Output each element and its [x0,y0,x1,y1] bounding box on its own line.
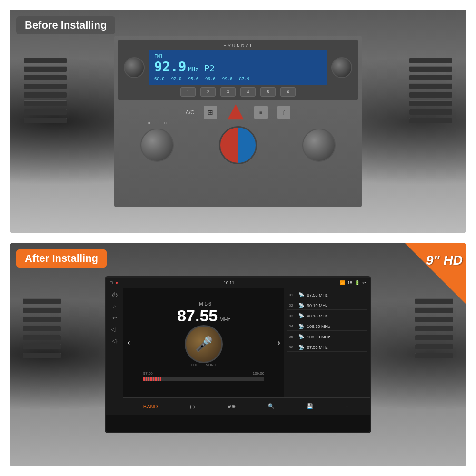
signal-bar: 97.50 100.00 [143,371,264,385]
mono-label: MONO [206,363,216,367]
signal-end-freq: 100.00 [253,371,264,376]
statusbar-left: □ ● [110,280,118,285]
statusbar-right: 📶 18 🔋 ↩ [340,280,366,285]
album-art: 🎤 [185,325,223,363]
before-panel: Before Installing HYUNDAI [10,10,466,233]
signal-track [143,377,264,381]
hu-freq-main: 87.55 [177,307,218,325]
preset-btn-2[interactable]: 2 [200,87,216,97]
vent-left-before [24,38,67,143]
wiper-button[interactable]: ∫ [277,106,290,119]
hu-freq-unit: MHz [219,317,230,322]
rear-defrost[interactable]: ≡ [254,106,268,119]
preset-item-3[interactable]: 03 📡 98.10 MHz [287,312,367,320]
scan-btn[interactable]: 🔍 [265,401,278,411]
hu-radio-left: ‹ FM 1-6 87.55 MHz 🎤 LD [123,288,284,397]
vent-left-after [23,281,61,376]
preset-item-2[interactable]: 02 📡 90.10 MHz [287,301,367,310]
climate-knob-temp[interactable] [219,126,257,164]
microphone-icon: 🎤 [195,336,213,352]
save-btn[interactable]: 💾 [304,401,316,411]
more-btn[interactable]: ··· [343,402,353,411]
signal-icon: 📶 [340,280,345,285]
home-icon[interactable]: ⌂ [113,303,116,310]
ldc-label: LDC [191,363,198,367]
hd-badge-text: 9" HD [426,253,463,268]
android-dot-icon: ● [115,280,118,285]
climate-knob-right[interactable] [302,129,336,162]
hu-preset-list: 01 📡 87.50 MHz 02 📡 90.10 MHz [284,288,370,397]
after-interior: □ ● 10:11 📶 18 🔋 ↩ ⏻ ⌂ [10,243,466,466]
radio-knob-left[interactable] [124,57,145,78]
preset-btn-1[interactable]: 1 [180,87,196,97]
radio-unit: HYUNDAI FM1 92.9 MHz P2 [118,40,358,100]
preset-item-6[interactable]: 06 📡 87.50 MHz [287,343,367,352]
radio-icon-btn[interactable]: (·) [187,402,198,411]
ac-button[interactable]: A/C [186,109,194,115]
hu-radio-main: ‹ FM 1-6 87.55 MHz 🎤 LD [123,288,370,397]
hazard-button[interactable] [227,103,245,121]
before-label: Before Installing [16,16,115,34]
signal-freq-labels: 97.50 100.00 [143,371,264,376]
hu-main: ⏻ ⌂ ↩ ◁+ ◁- ‹ FM 1-6 [106,288,370,415]
preset-item-1[interactable]: 01 📡 87.50 MHz [287,291,367,299]
hazard-row: A/C ⊞ ≡ ∫ [186,103,290,121]
radio-presets-row: 68.0 92.0 95.6 96.6 99.6 87.9 [154,77,322,81]
radio-screen: FM1 92.9 MHz P2 68.0 92.0 95.6 [149,50,327,85]
power-icon[interactable]: ⏻ [112,292,118,298]
vent-right-before [409,38,452,143]
signal-start-freq: 97.50 [143,371,153,376]
preset-icon-btn[interactable]: ⊕⊕ [224,401,238,411]
radio-preset: P2 [204,63,215,73]
page-container: Before Installing HYUNDAI [0,0,476,476]
band-button[interactable]: BAND [140,402,161,411]
signal-position [143,377,161,381]
radio-display-row: FM1 92.9 MHz P2 68.0 92.0 95.6 [124,50,352,85]
climate-knob-left[interactable] [140,129,174,162]
fan-button[interactable]: ⊞ [204,106,217,119]
vent-right-after [415,281,453,376]
radio-brand: HYUNDAI [124,43,352,48]
notification-count: 18 [347,280,352,285]
preset-btn-6[interactable]: 6 [280,87,296,97]
radio-freq-unit: MHz [188,66,198,73]
headunit: □ ● 10:11 📶 18 🔋 ↩ ⏻ ⌂ [105,276,371,433]
radio-freq-main: 92.9 [154,59,186,75]
vol-down-icon[interactable]: ◁- [112,337,118,344]
hu-sidebar-left: ⏻ ⌂ ↩ ◁+ ◁- [106,288,123,415]
hu-toolbar: BAND (·) ⊕⊕ 🔍 � [123,397,370,415]
back-nav-icon[interactable]: ↩ [112,315,117,321]
preset-item-5[interactable]: 05 📡 108.00 MHz [287,333,367,341]
after-label: After Installing [16,249,107,268]
before-interior: HYUNDAI FM1 92.9 MHz P2 [10,10,466,233]
prev-arrow[interactable]: ‹ [127,337,130,349]
preset-item-4[interactable]: 04 📡 106.10 MHz [287,322,367,331]
radio-mode: FM1 [154,54,322,59]
hu-freq-display: 87.55 MHz [177,307,230,325]
android-square-icon: □ [110,280,112,285]
next-arrow[interactable]: › [277,337,280,349]
radio-knob-right[interactable] [331,57,352,78]
climate-row: HC [118,124,358,166]
preset-btn-5[interactable]: 5 [260,87,276,97]
preset-btn-3[interactable]: 3 [220,87,236,97]
console-before: HYUNDAI FM1 92.9 MHz P2 [114,36,362,207]
status-time: 10:11 [224,280,235,285]
preset-btn-4[interactable]: 4 [240,87,256,97]
after-panel: After Installing 9" HD □ [10,243,466,466]
hu-statusbar: □ ● 10:11 📶 18 🔋 ↩ [106,278,370,288]
vol-up-icon[interactable]: ◁+ [111,326,119,333]
radio-buttons-row: 1 2 3 4 5 6 [124,87,352,97]
back-icon: ↩ [362,280,366,285]
hu-content: ‹ FM 1-6 87.55 MHz 🎤 LD [123,288,370,415]
fm-mode-label: FM 1-6 [196,301,211,307]
ldc-mono-labels: LDC MONO [191,363,216,367]
battery-icon: 🔋 [355,280,360,285]
